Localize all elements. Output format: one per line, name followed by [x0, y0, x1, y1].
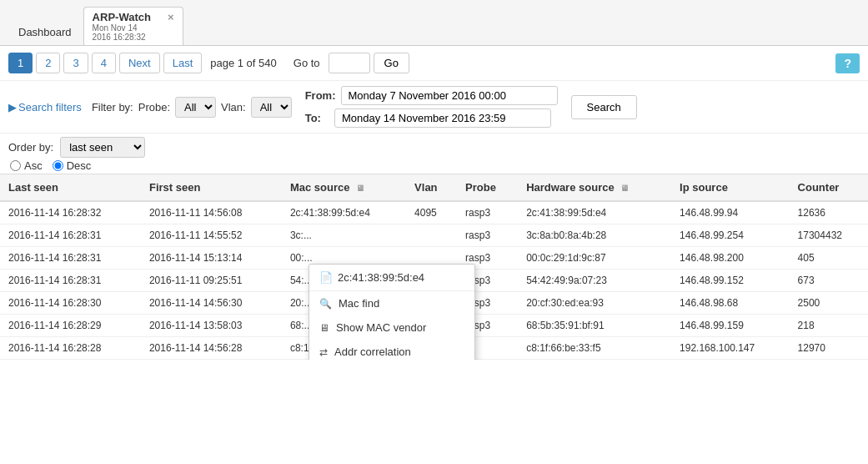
table-cell: 2016-11-14 16:28:28: [0, 337, 141, 360]
to-input[interactable]: [334, 108, 551, 128]
table-cell: 4095: [406, 201, 457, 224]
table-cell: 17304432: [790, 224, 868, 247]
desc-radio[interactable]: [53, 160, 63, 171]
search-filters-label: Search filters: [18, 101, 82, 113]
page-btn-1[interactable]: 1: [8, 53, 33, 73]
hw-source-icon[interactable]: 🖥: [620, 184, 629, 193]
table-cell: rasp3: [457, 201, 518, 224]
desc-radio-label[interactable]: Desc: [53, 159, 92, 172]
table-cell: 146.48.99.159: [671, 315, 790, 337]
from-label: From:: [305, 89, 336, 102]
desc-label: Desc: [67, 159, 92, 172]
table-header-row: Last seen First seen Mac source 🖥 Vlan P…: [0, 174, 868, 202]
context-menu-show-mac-vendor[interactable]: 🖥 Show MAC vendor: [309, 315, 474, 340]
context-menu-header: 📄 2c:41:38:99:5d:e4: [309, 265, 474, 291]
table-cell: 2016-11-14 14:56:28: [141, 337, 282, 360]
show-mac-vendor-icon: 🖥: [319, 322, 329, 334]
table-cell: c8:1f:66:be:33:f5: [518, 337, 671, 360]
go-button[interactable]: Go: [374, 53, 409, 73]
col-probe: Probe: [457, 174, 518, 202]
col-mac-source: Mac source 🖥: [282, 174, 406, 202]
filter-by-label: Filter by:: [92, 101, 133, 113]
table-cell: 218: [790, 315, 868, 337]
table-cell: 405: [790, 247, 868, 270]
probe-select[interactable]: All: [175, 97, 216, 118]
asc-radio-label[interactable]: Asc: [10, 159, 43, 172]
page-last-btn[interactable]: Last: [163, 53, 203, 73]
table-cell: 146.48.99.152: [671, 270, 790, 292]
order-by-label: Order by:: [8, 141, 53, 154]
table-cell: 2016-11-11 14:56:08: [141, 201, 282, 224]
table-cell: 2016-11-14 16:28:31: [0, 247, 141, 270]
order-by-select[interactable]: last seen first seen mac source ip sourc…: [60, 137, 145, 158]
page-btn-2[interactable]: 2: [36, 53, 60, 73]
page-next-btn[interactable]: Next: [119, 53, 160, 73]
asc-label: Asc: [24, 159, 43, 172]
table-cell: 12636: [790, 201, 868, 224]
table-cell: 192.168.100.147: [671, 337, 790, 360]
date-range-section: From: To:: [305, 86, 558, 128]
table-cell: 2016-11-14 16:28:32: [0, 201, 141, 224]
tab-close-icon[interactable]: ×: [168, 11, 174, 23]
table-row[interactable]: 2016-11-14 16:28:322016-11-11 14:56:082c…: [0, 201, 868, 224]
probe-label: Probe:: [138, 101, 170, 113]
table-cell: 2500: [790, 292, 868, 315]
context-menu-mac-find-label: Mac find: [339, 297, 379, 310]
tab-arpwatch[interactable]: ARP-Watch × Mon Nov 14 2016 16:28:32: [83, 7, 183, 45]
context-menu-show-mac-vendor-label: Show MAC vendor: [336, 321, 426, 334]
order-section: Order by: last seen first seen mac sourc…: [0, 134, 868, 174]
table-cell: 146.48.98.200: [671, 247, 790, 270]
table-cell: 146.48.99.94: [671, 201, 790, 224]
context-menu-addr-correlation[interactable]: ⇄ Addr correlation: [309, 340, 474, 360]
col-ip-source: Ip source: [671, 174, 790, 202]
table-cell: 54:42:49:9a:07:23: [518, 270, 671, 292]
col-hw-source: Hardware source 🖥: [518, 174, 671, 202]
page-of-text: page 1 of 540: [210, 57, 277, 69]
asc-radio[interactable]: [10, 160, 21, 171]
col-counter: Counter: [790, 174, 868, 202]
table-row[interactable]: 2016-11-14 16:28:312016-11-11 14:55:523c…: [0, 224, 868, 247]
context-menu: 📄 2c:41:38:99:5d:e4 🔍 Mac find 🖥 Show MA…: [309, 264, 475, 360]
filter-bar: ▶ Search filters Filter by: Probe: All V…: [0, 81, 868, 134]
table-cell: 2c:41:38:99:5d:e4: [518, 201, 671, 224]
help-button[interactable]: ?: [835, 53, 860, 73]
page-btn-4[interactable]: 4: [92, 53, 116, 73]
table-cell: 68:5b:35:91:bf:91: [518, 315, 671, 337]
table-cell: rasp3: [457, 224, 518, 247]
page-btn-3[interactable]: 3: [63, 53, 88, 73]
tab-arpwatch-date: Mon Nov 14: [93, 23, 174, 33]
mac-source-icon[interactable]: 🖥: [356, 184, 364, 193]
to-label: To:: [305, 112, 321, 124]
table-cell: 20:cf:30:ed:ea:93: [518, 292, 671, 315]
search-filters-toggle[interactable]: ▶ Search filters: [8, 101, 82, 113]
search-button[interactable]: Search: [571, 95, 637, 119]
vlan-select[interactable]: All: [251, 97, 292, 118]
tab-arpwatch-time: 2016 16:28:32: [93, 33, 174, 42]
context-menu-addr-correlation-label: Addr correlation: [334, 345, 411, 358]
col-first-seen: First seen: [141, 174, 282, 202]
table-cell: 2c:41:38:99:5d:e4: [282, 201, 406, 224]
col-last-seen: Last seen: [0, 174, 141, 202]
table-cell: 2016-11-14 16:28:29: [0, 315, 141, 337]
table-cell: [406, 224, 457, 247]
tab-dashboard[interactable]: Dashboard: [7, 19, 83, 45]
pagination-bar: 1 2 3 4 Next Last page 1 of 540 Go to Go…: [0, 46, 868, 81]
table-cell: 00:0c:29:1d:9c:87: [518, 247, 671, 270]
col-vlan: Vlan: [406, 174, 457, 202]
table-cell: 2016-11-11 14:55:52: [141, 224, 282, 247]
tab-arpwatch-label: ARP-Watch: [93, 11, 151, 23]
from-input[interactable]: [341, 86, 558, 105]
addr-correlation-icon: ⇄: [319, 346, 328, 358]
search-filters-arrow: ▶: [8, 101, 17, 113]
goto-label: Go to: [294, 57, 320, 69]
table-cell: 2016-11-14 16:28:31: [0, 224, 141, 247]
table-cell: 2016-11-14 16:28:31: [0, 270, 141, 292]
table-cell: 146.48.99.254: [671, 224, 790, 247]
table-cell: 2016-11-14 13:58:03: [141, 315, 282, 337]
table-cell: 673: [790, 270, 868, 292]
goto-input[interactable]: [329, 53, 370, 73]
context-menu-file-icon: 📄: [319, 271, 333, 284]
table-cell: 2016-11-14 16:28:30: [0, 292, 141, 315]
table-cell: 3c:...: [282, 224, 406, 247]
context-menu-mac-find[interactable]: 🔍 Mac find: [309, 291, 474, 315]
